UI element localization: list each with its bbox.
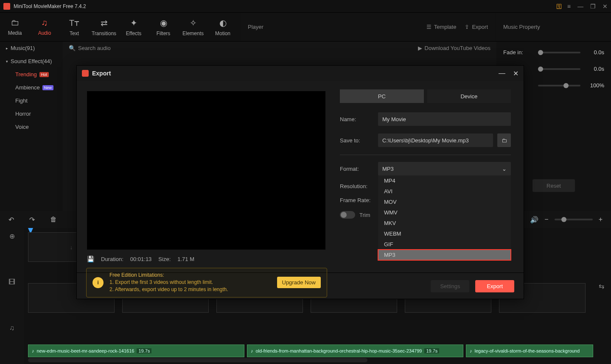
info-icon: i: [92, 277, 104, 288]
format-option-webm[interactable]: WEBM: [378, 228, 511, 239]
modal-overlay: Export — ✕ 💾 Duration: 00:01:13 Size: 1.…: [0, 0, 611, 364]
export-metadata: 💾 Duration: 00:01:13 Size: 1.71 M: [87, 256, 325, 262]
format-option-gif[interactable]: GIF: [378, 239, 511, 250]
trim-toggle[interactable]: [340, 211, 355, 219]
export-logo-icon: [82, 70, 89, 77]
export-footer: i Free Edition Limitations: 1. Export th…: [77, 272, 524, 300]
format-option-mkv[interactable]: MKV: [378, 218, 511, 228]
export-button[interactable]: Export: [475, 280, 514, 292]
save-to-input[interactable]: C:\Users\bj\Desktop\My Movie.mp3: [378, 133, 493, 147]
upgrade-button[interactable]: Upgrade Now: [277, 277, 321, 288]
limitations-line2: 2. Afterwards, export video up to 2 minu…: [109, 286, 228, 293]
resolution-label: Resolution:: [340, 183, 374, 189]
format-option-mp3[interactable]: MP3: [378, 250, 511, 260]
trim-label: Trim: [359, 212, 370, 218]
format-option-mp4[interactable]: MP4: [378, 175, 511, 186]
name-input[interactable]: My Movie: [378, 112, 511, 126]
limitations-title: Free Edition Limitations:: [109, 272, 228, 279]
format-select[interactable]: MP3 ⌄ MP4 AVI MOV WMV MKV WEBM GIF MP3: [378, 162, 511, 175]
browse-button[interactable]: 🗀: [497, 133, 511, 147]
preview-video: [87, 91, 325, 250]
export-title: Export: [92, 70, 499, 77]
close-icon[interactable]: ✕: [513, 69, 519, 78]
tab-pc[interactable]: PC: [340, 89, 424, 103]
chevron-down-icon: ⌄: [502, 166, 507, 172]
duration-label: Duration:: [101, 256, 123, 262]
format-option-wmv[interactable]: WMV: [378, 207, 511, 218]
settings-button[interactable]: Settings: [431, 280, 469, 292]
format-option-avi[interactable]: AVI: [378, 186, 511, 197]
format-dropdown: MP4 AVI MOV WMV MKV WEBM GIF MP3: [378, 175, 511, 260]
limitations-box: i Free Edition Limitations: 1. Export th…: [86, 268, 327, 297]
divider: [340, 155, 511, 155]
minimize-icon[interactable]: —: [499, 69, 505, 78]
save-icon: 💾: [87, 256, 94, 262]
export-preview-panel: 💾 Duration: 00:01:13 Size: 1.71 M: [77, 81, 336, 272]
format-option-mov[interactable]: MOV: [378, 197, 511, 207]
save-to-label: Save to:: [340, 137, 374, 144]
name-label: Name:: [340, 116, 374, 122]
folder-icon: 🗀: [502, 137, 507, 144]
format-value: MP3: [382, 166, 394, 172]
duration-value: 00:01:13: [130, 256, 152, 262]
export-modal: Export — ✕ 💾 Duration: 00:01:13 Size: 1.…: [76, 65, 524, 299]
framerate-label: Frame Rate:: [340, 197, 374, 203]
size-label: Size:: [158, 256, 171, 262]
tab-device[interactable]: Device: [427, 89, 511, 103]
limitations-line1: 1. Export the first 3 videos without len…: [109, 279, 228, 286]
format-label: Format:: [340, 166, 374, 172]
export-form: PC Device Name: My Movie Save to: C:\Use…: [336, 81, 524, 272]
size-value: 1.71 M: [177, 256, 194, 262]
export-titlebar: Export — ✕: [77, 66, 524, 81]
